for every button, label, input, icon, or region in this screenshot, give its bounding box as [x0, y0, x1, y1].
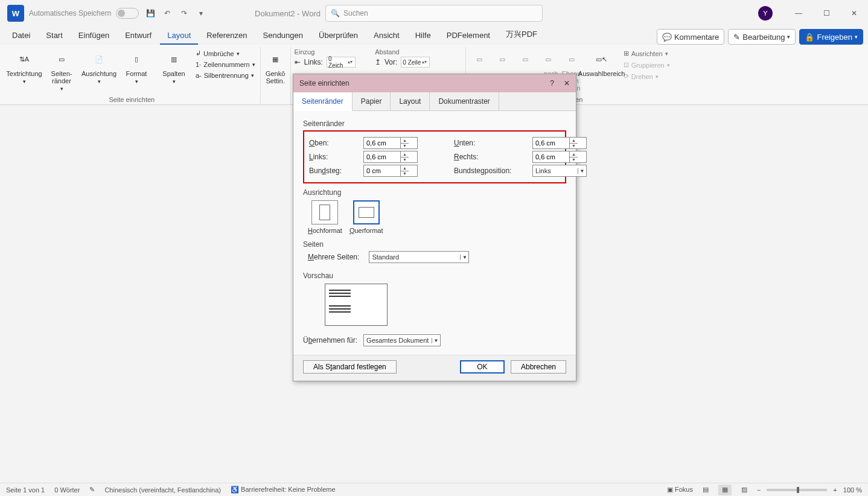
language-indicator[interactable]: Chinesisch (vereinfacht, Festlandchina)	[104, 486, 221, 494]
spacing-before-input[interactable]: 0 Zeile▴▾	[401, 57, 430, 68]
tab-layout[interactable]: Layout	[391, 92, 430, 110]
dialog-title: Seite einrichten	[299, 79, 349, 87]
print-layout-icon[interactable]: ▦	[718, 485, 732, 495]
chevron-down-icon[interactable]: ▼	[432, 338, 440, 343]
maximize-button[interactable]: ☐	[812, 4, 840, 23]
up-arrow-icon[interactable]: ▲	[570, 138, 578, 144]
page-indicator[interactable]: Seite 1 von 1	[6, 486, 45, 494]
hyphenation-button[interactable]: a-Silbentrennung▾	[194, 71, 257, 80]
level-back-icon: ▭	[562, 49, 581, 69]
size-button[interactable]: ▯Format▾	[120, 47, 153, 84]
zoom-in-button[interactable]: +	[833, 486, 837, 494]
rotate-button: ⟳Drehen▾	[622, 71, 671, 81]
orientation-button[interactable]: 📄Ausrichtung▾	[82, 47, 116, 84]
tab-paper[interactable]: Papier	[353, 92, 391, 110]
read-mode-icon[interactable]: ▤	[699, 485, 712, 495]
zoom-level[interactable]: 100 %	[843, 486, 862, 494]
down-arrow-icon[interactable]: ▼	[570, 157, 578, 163]
save-icon[interactable]: 💾	[145, 8, 156, 19]
tab-margins[interactable]: Seitenränder	[293, 92, 353, 111]
cancel-button[interactable]: Abbrechen	[511, 360, 566, 374]
tab-einfuegen[interactable]: Einfügen	[71, 27, 116, 45]
bottom-margin-input[interactable]: ▲▼	[532, 137, 587, 149]
genko-settings-button[interactable]: ▦Genkō Settin.	[264, 47, 287, 84]
chevron-down-icon[interactable]: ▼	[460, 255, 468, 260]
accessibility-indicator[interactable]: ♿ Barrierefreiheit: Keine Probleme	[231, 486, 336, 494]
orientation-section-label: Ausrichtung	[303, 188, 566, 197]
tab-layout[interactable]: Layout	[160, 27, 198, 45]
columns-button[interactable]: ▥Spalten▾	[157, 47, 191, 84]
editing-label: Bearbeitung	[742, 33, 785, 42]
label: Seiten- ränder	[51, 70, 72, 84]
down-arrow-icon[interactable]: ▼	[401, 144, 409, 149]
selection-pane-button[interactable]: ▭↖Auswahlbereich	[585, 47, 619, 77]
focus-label: Fokus	[675, 486, 693, 493]
down-arrow-icon[interactable]: ▼	[401, 157, 409, 163]
tab-referenzen[interactable]: Referenzen	[199, 27, 254, 45]
top-margin-input[interactable]: ▲▼	[363, 137, 418, 149]
line-numbers-button[interactable]: 1·Zeilennummern▾	[194, 60, 257, 69]
spell-check-icon[interactable]: ✎	[89, 486, 95, 494]
set-as-default-button[interactable]: Als Standard festlegen	[303, 360, 397, 374]
bring-forward-button: ▭	[515, 47, 535, 69]
word-count[interactable]: 0 Wörter	[54, 486, 80, 494]
autosave-toggle[interactable]: Automatisches Speichern	[29, 8, 139, 19]
tab-document-grid[interactable]: Dokumentraster	[430, 92, 499, 110]
share-button[interactable]: 🔒Freigeben▾	[799, 29, 863, 45]
comment-icon: 💬	[662, 33, 672, 42]
editing-mode-button[interactable]: ✎Bearbeitung▾	[728, 29, 796, 45]
left-margin-input[interactable]: ▲▼	[363, 151, 418, 163]
label: Drehen	[631, 73, 653, 80]
undo-icon[interactable]: ↶	[162, 8, 173, 19]
margins-button[interactable]: ▭Seiten- ränder▾	[45, 47, 78, 92]
tab-sendungen[interactable]: Sendungen	[256, 27, 311, 45]
bottom-label: Unten:	[454, 139, 532, 147]
user-avatar[interactable]: Y	[758, 6, 773, 21]
tab-pdfelement[interactable]: PDFelement	[439, 27, 497, 45]
up-arrow-icon[interactable]: ▲	[401, 138, 409, 144]
tab-datei[interactable]: Datei	[5, 27, 37, 45]
up-arrow-icon[interactable]: ▲	[401, 151, 409, 157]
search-box[interactable]: 🔍 Suchen	[325, 5, 543, 22]
landscape-option[interactable]: Querformat	[349, 200, 383, 234]
align-button[interactable]: ⊞Ausrichten▾	[622, 48, 671, 59]
gutter-position-select[interactable]: Links▼	[532, 165, 587, 177]
tab-hilfe[interactable]: Hilfe	[408, 27, 438, 45]
margins-section-label: Seitenränder	[303, 119, 566, 128]
web-layout-icon[interactable]: ▨	[738, 485, 751, 495]
tab-start[interactable]: Start	[39, 27, 69, 45]
hyphenation-icon: a-	[196, 72, 202, 79]
zoom-slider[interactable]	[767, 489, 827, 491]
gutter-input[interactable]: ▲▼	[363, 165, 418, 177]
down-arrow-icon[interactable]: ▼	[570, 144, 578, 149]
close-icon[interactable]: ✕	[564, 79, 570, 87]
qat-more-icon[interactable]: ▾	[196, 8, 206, 19]
help-icon[interactable]: ?	[550, 79, 554, 87]
tab-wanxingpdf[interactable]: 万兴PDF	[499, 25, 544, 45]
multi-pages-select[interactable]: Standard▼	[369, 251, 469, 263]
down-arrow-icon[interactable]: ▼	[401, 171, 409, 177]
minimize-button[interactable]: —	[785, 4, 812, 23]
up-arrow-icon[interactable]: ▲	[401, 165, 409, 171]
apply-to-select[interactable]: Gesamtes Dokument▼	[363, 334, 441, 346]
comments-label: Kommentare	[674, 33, 719, 42]
breaks-button[interactable]: ↲Umbrüche▾	[194, 48, 257, 59]
zoom-out-button[interactable]: −	[757, 486, 761, 494]
comments-button[interactable]: 💬Kommentare	[657, 29, 724, 45]
close-button[interactable]: ✕	[840, 4, 868, 23]
chevron-down-icon[interactable]: ▼	[578, 168, 586, 174]
text-direction-button[interactable]: ⇅ATextrichtung▾	[7, 47, 41, 84]
up-arrow-icon[interactable]: ▲	[570, 151, 578, 157]
left-label: Links:	[309, 153, 363, 161]
toggle-switch-off-icon[interactable]	[116, 8, 139, 19]
redo-icon[interactable]: ↷	[179, 8, 190, 19]
right-margin-input[interactable]: ▲▼	[532, 151, 587, 163]
ok-button[interactable]: OK	[460, 360, 505, 374]
tab-entwurf[interactable]: Entwurf	[118, 27, 159, 45]
focus-mode[interactable]: ▣ Fokus	[667, 486, 693, 494]
tab-ansicht[interactable]: Ansicht	[366, 27, 407, 45]
indent-left-input[interactable]: 0 Zeich▴▾	[327, 57, 356, 68]
chevron-down-icon: ▾	[787, 34, 790, 40]
tab-ueberpruefen[interactable]: Überprüfen	[311, 27, 365, 45]
portrait-option[interactable]: Hochformat	[308, 200, 342, 234]
